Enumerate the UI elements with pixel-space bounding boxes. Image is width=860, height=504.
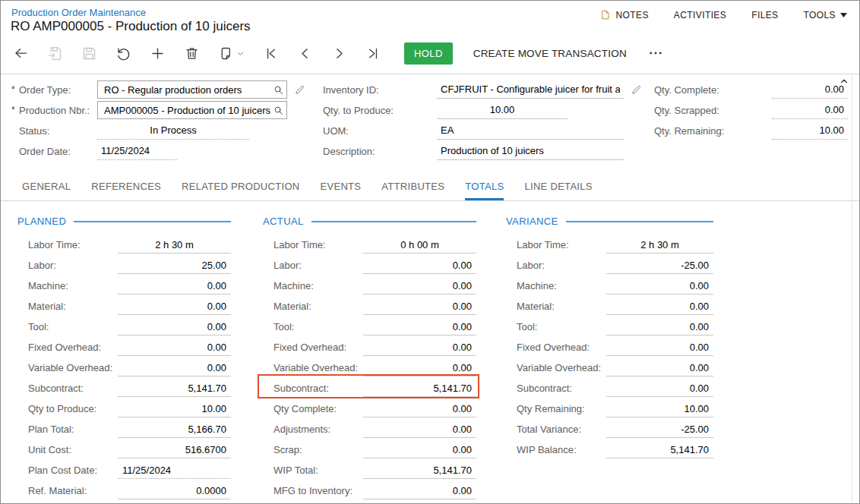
field-value: 5,166.70 — [118, 424, 231, 438]
inventory-id-field: CFJFRUIT - Configurable juicer for fruit… — [437, 80, 624, 99]
field-label: Adjustments: — [273, 424, 363, 438]
qty-complete-field: 0.00 — [772, 80, 848, 99]
field-label: Variable Overhead: — [517, 362, 606, 376]
last-record-button[interactable] — [364, 43, 382, 63]
qty-complete-row: Qty. Complete: 0.00 — [654, 80, 848, 99]
status-row: Status: In Process — [11, 121, 249, 140]
add-button[interactable] — [148, 43, 166, 63]
field-label: Unit Cost: — [28, 444, 118, 458]
field-value: 0.00 — [363, 280, 476, 295]
section-header: PLANNED — [17, 216, 231, 227]
totals-row-variable-overhead: Variable Overhead:0.00 — [506, 356, 713, 376]
chevron-down-icon — [840, 13, 847, 17]
field-label: Plan Cost Date: — [28, 465, 118, 479]
production-order-maintenance-window: Production Order Maintenance RO AMP00000… — [0, 0, 860, 504]
field-label: Labor: — [28, 260, 118, 274]
save-button — [80, 43, 98, 63]
totals-rows: Labor Time:2 h 30 mLabor:25.00Machine:0.… — [17, 233, 231, 499]
field-value: 0.00 — [606, 301, 713, 315]
field-value: 5,141.70 — [363, 383, 476, 397]
tab-related-production[interactable]: RELATED PRODUCTION — [182, 174, 299, 200]
qty-complete-label: Qty. Complete: — [654, 84, 772, 96]
totals-row-variable-overhead: Variable Overhead:0.00 — [17, 356, 231, 376]
section-rule — [311, 221, 476, 222]
edit-icon[interactable] — [294, 84, 305, 96]
tab-general[interactable]: GENERAL — [22, 174, 71, 200]
field-label: MFG to Inventory: — [273, 485, 363, 499]
collapse-summary-button[interactable] — [839, 76, 849, 87]
field-value: 0.00 — [118, 362, 231, 376]
tab-line-details[interactable]: LINE DETAILS — [524, 174, 592, 200]
create-move-transaction-button[interactable]: CREATE MOVE TRANSACTION — [473, 48, 627, 59]
note-icon — [599, 9, 611, 20]
undo-button[interactable] — [114, 43, 132, 63]
totals-row-labor: Labor:25.00 — [17, 254, 231, 274]
totals-row-labor-time: Labor Time:2 h 30 m — [506, 233, 713, 254]
chevron-down-icon[interactable] — [236, 49, 245, 58]
copy-paste-icon — [218, 46, 234, 61]
activities-button[interactable]: ACTIVITIES — [674, 10, 726, 20]
field-label: WIP Balance: — [517, 444, 606, 458]
tab-events[interactable]: EVENTS — [321, 174, 362, 200]
first-record-button[interactable] — [261, 43, 280, 63]
field-value: 0.00 — [363, 301, 476, 315]
tab-totals[interactable]: TOTALS — [465, 174, 504, 200]
uom-field[interactable]: EA — [437, 121, 624, 140]
section-header: ACTUAL — [263, 216, 476, 227]
field-value: 0.00 — [606, 342, 713, 356]
field-label: Labor Time: — [273, 239, 363, 254]
order-type-input[interactable]: RO - Regular production orders — [97, 80, 287, 99]
totals-row-subcontract: Subcontract:5,141.70 — [17, 376, 231, 397]
description-field[interactable]: Production of 10 juicers — [437, 142, 624, 160]
notes-label: NOTES — [615, 10, 648, 20]
totals-row-adjustments: Adjustments:0.00 — [263, 417, 476, 438]
copy-paste-button[interactable] — [217, 43, 245, 63]
field-label: Material: — [273, 301, 363, 315]
section-header: VARIANCE — [506, 216, 713, 227]
field-value: 0.00 — [118, 280, 231, 295]
field-label: Qty Remaining: — [517, 403, 606, 417]
field-value: 0.00 — [606, 383, 713, 397]
more-options-button[interactable] — [648, 46, 663, 61]
field-value: 0.00 — [363, 444, 476, 458]
field-value: 5,141.70 — [363, 465, 476, 479]
field-label: Tool: — [517, 321, 606, 335]
totals-row-fixed-overhead: Fixed Overhead:0.00 — [263, 335, 476, 356]
delete-button[interactable] — [182, 43, 201, 63]
order-type-value: RO - Regular production orders — [104, 84, 273, 96]
search-icon[interactable] — [273, 105, 284, 116]
qty-to-produce-field[interactable]: 10.00 — [437, 101, 568, 119]
files-button[interactable]: FILES — [751, 10, 778, 20]
back-button[interactable] — [11, 43, 30, 63]
tab-references[interactable]: REFERENCES — [91, 174, 161, 200]
next-record-button[interactable] — [330, 43, 348, 63]
qty-remaining-label: Qty. Remaining: — [654, 125, 772, 137]
totals-row-wip-total: WIP Total:5,141.70 — [263, 458, 476, 479]
field-value: 0 h 00 m — [363, 239, 476, 254]
field-value: 0.00 — [363, 321, 476, 335]
totals-row-unit-cost: Unit Cost:516.6700 — [17, 438, 231, 458]
search-icon[interactable] — [273, 84, 284, 96]
scrollbar-track[interactable] — [852, 74, 852, 502]
production-nbr-label: Production Nbr.: — [19, 105, 97, 116]
edit-icon[interactable] — [631, 84, 642, 96]
field-value: -25.00 — [606, 424, 713, 438]
breadcrumb[interactable]: Production Order Maintenance — [11, 7, 146, 18]
field-label: Material: — [517, 301, 606, 315]
qty-to-produce-row: Qty. to Produce: 10.00 — [323, 101, 568, 119]
field-label: Machine: — [273, 280, 363, 295]
totals-section-actual: ACTUALLabor Time:0 h 00 mLabor:0.00Machi… — [263, 201, 476, 499]
tab-attributes[interactable]: ATTRIBUTES — [381, 174, 444, 200]
totals-rows: Labor Time:0 h 00 mLabor:0.00Machine:0.0… — [263, 233, 476, 499]
tools-menu-button[interactable]: TOOLS — [804, 10, 847, 20]
production-nbr-input[interactable]: AMP000005 - Production of 10 juicers — [97, 101, 287, 119]
totals-rows: Labor Time:2 h 30 mLabor:-25.00Machine:0… — [506, 233, 713, 458]
field-label: Machine: — [28, 280, 118, 295]
previous-record-button[interactable] — [296, 43, 314, 63]
section-title: PLANNED — [17, 216, 66, 227]
notes-button[interactable]: NOTES — [599, 9, 648, 20]
totals-row-material: Material:0.00 — [17, 295, 231, 315]
field-label: Plan Total: — [28, 424, 118, 438]
status-label: Status: — [19, 125, 97, 137]
hold-button[interactable]: HOLD — [404, 43, 453, 65]
